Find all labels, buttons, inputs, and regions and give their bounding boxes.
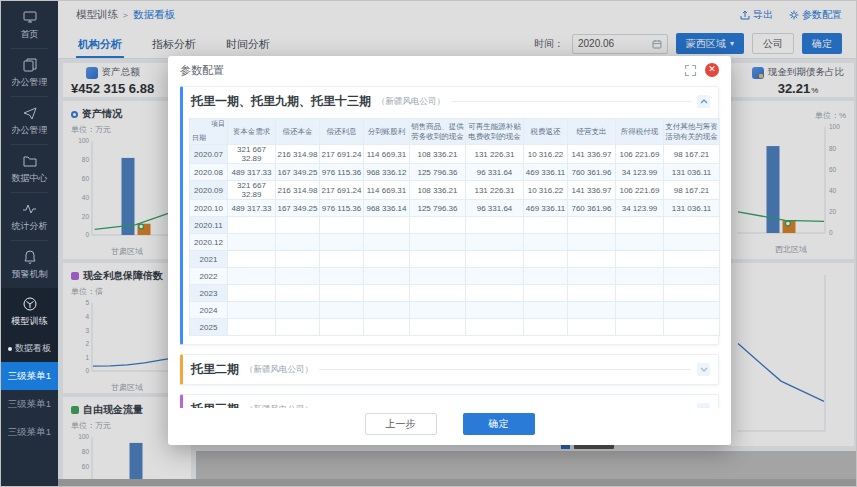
- sidebar-level3-item-0[interactable]: 三级菜单1: [1, 362, 58, 390]
- section-company: （新疆风电公司）: [245, 364, 313, 376]
- sidebar-level3-item-1[interactable]: 三级菜单1: [1, 390, 58, 418]
- cell: [524, 217, 568, 234]
- cell: [320, 217, 364, 234]
- folder-icon: [22, 153, 38, 169]
- table-row: 2020.11: [190, 217, 720, 234]
- row-date: 2025: [190, 319, 228, 336]
- cell: 34 123.99: [616, 200, 664, 217]
- cell: [616, 217, 664, 234]
- close-icon[interactable]: ✕: [705, 63, 719, 77]
- row-date: 2020.07: [190, 145, 228, 164]
- table-row: 2020.10489 317.33167 349.25976 115.36968…: [190, 200, 720, 217]
- prev-step-button[interactable]: 上一步: [365, 413, 437, 435]
- cell: 108 336.21: [410, 181, 466, 200]
- cell: 131 226.31: [466, 145, 524, 164]
- cell: [616, 251, 664, 268]
- cell: [524, 251, 568, 268]
- cell: [568, 285, 616, 302]
- cell: [364, 268, 410, 285]
- cell: [364, 251, 410, 268]
- cell: 216 314.98: [276, 181, 320, 200]
- sidebar: 首页办公管理办公管理数据中心统计分析预警机制模型训练数据看板三级菜单1三级菜单1…: [1, 1, 58, 486]
- cell: [568, 302, 616, 319]
- cell: 131 036.11: [664, 200, 720, 217]
- sidebar-item-6[interactable]: 模型训练: [1, 288, 58, 335]
- bullet-icon: [8, 347, 12, 351]
- cell: [466, 319, 524, 336]
- cell: [276, 234, 320, 251]
- cell: [466, 234, 524, 251]
- monitor-icon: [22, 9, 38, 25]
- cell: 489 317.33: [228, 200, 276, 217]
- cube-icon: [22, 296, 38, 312]
- cell: [616, 302, 664, 319]
- cell: 10 316.22: [524, 145, 568, 164]
- cell: [524, 319, 568, 336]
- sidebar-item-0[interactable]: 首页: [1, 1, 58, 48]
- cell: 469 336.11: [524, 200, 568, 217]
- modal-header: 参数配置 ✕: [168, 56, 731, 84]
- section-title: 托里二期: [191, 361, 239, 378]
- cell: 968 336.14: [364, 200, 410, 217]
- cell: [276, 302, 320, 319]
- modal-footer: 上一步 确定: [168, 408, 731, 445]
- sidebar-item-3[interactable]: 数据中心: [1, 145, 58, 192]
- cell: 10 316.22: [524, 181, 568, 200]
- cell: 106 221.69: [616, 145, 664, 164]
- cell: 968 336.12: [364, 164, 410, 181]
- cell: [616, 268, 664, 285]
- sidebar-item-4[interactable]: 统计分析: [1, 193, 58, 240]
- section-collapsed-2: 托里二期（新疆风电公司）: [180, 354, 719, 385]
- row-date: 2021: [190, 251, 228, 268]
- cell: 34 123.99: [616, 164, 664, 181]
- fullscreen-icon[interactable]: [684, 64, 697, 77]
- cell: [228, 234, 276, 251]
- sidebar-subitem-data-board[interactable]: 数据看板: [1, 335, 58, 362]
- cell: [466, 217, 524, 234]
- section-collapsed-3: 托里三期（新疆风电公司）: [180, 394, 719, 408]
- table-row: 2020.12: [190, 234, 720, 251]
- table-row: 2020.09321 667 32.89216 314.98217 691.24…: [190, 181, 720, 200]
- cell: [664, 285, 720, 302]
- collapse-section-button[interactable]: [697, 95, 710, 108]
- cell: 114 669.31: [364, 181, 410, 200]
- cell: 217 691.24: [320, 181, 364, 200]
- cell: 114 669.31: [364, 145, 410, 164]
- cell: 167 349.25: [276, 200, 320, 217]
- cell: [664, 268, 720, 285]
- modal-confirm-button[interactable]: 确定: [463, 413, 535, 435]
- column-header-9: 支付其他与筹资活动有关的现金: [664, 119, 720, 145]
- send-icon: [22, 105, 38, 121]
- section-company: （新疆风电公司）: [377, 96, 445, 108]
- section-tuoli-1-9-13: 托里一期、托里九期、托里十三期 （新疆风电公司） 项目日期资本金需求偿还本金偿还…: [180, 86, 719, 345]
- column-header-4: 销售商品、提供劳务收到的现金: [410, 119, 466, 145]
- param-config-modal: 参数配置 ✕ 托里一期、托里九期、托里十三期 （新疆风电公司） 项目日期资本金需…: [168, 56, 731, 445]
- cell: [364, 302, 410, 319]
- cell: 760 361.96: [568, 200, 616, 217]
- cell: 131 036.11: [664, 164, 720, 181]
- column-header-0: 资本金需求: [228, 119, 276, 145]
- table-row: 2023: [190, 285, 720, 302]
- table-corner-cell: 项目日期: [190, 119, 228, 145]
- row-date: 2020.11: [190, 217, 228, 234]
- sidebar-item-1[interactable]: 办公管理: [1, 49, 58, 96]
- row-date: 2022: [190, 268, 228, 285]
- cell: [410, 251, 466, 268]
- cell: [410, 302, 466, 319]
- cell: 141 336.97: [568, 181, 616, 200]
- row-date: 2020.09: [190, 181, 228, 200]
- cell: [524, 268, 568, 285]
- cell: 321 667 32.89: [228, 181, 276, 200]
- cell: 489 317.33: [228, 164, 276, 181]
- cell: [276, 217, 320, 234]
- cell: [524, 302, 568, 319]
- param-table: 项目日期资本金需求偿还本金偿还利息分到账股利销售商品、提供劳务收到的现金可再生能…: [189, 118, 720, 336]
- cell: [664, 234, 720, 251]
- sidebar-level3-item-2[interactable]: 三级菜单1: [1, 418, 58, 446]
- expand-section-button[interactable]: [697, 363, 710, 376]
- sidebar-item-5[interactable]: 预警机制: [1, 241, 58, 288]
- cell: [568, 268, 616, 285]
- cell: [320, 302, 364, 319]
- sidebar-item-2[interactable]: 办公管理: [1, 97, 58, 144]
- cell: 125 796.36: [410, 200, 466, 217]
